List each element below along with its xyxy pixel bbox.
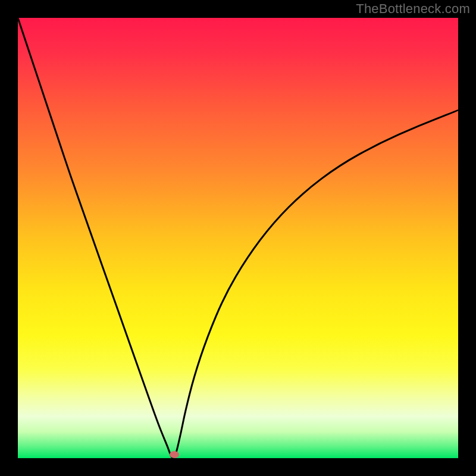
- curve-layer: [18, 18, 458, 458]
- bottleneck-curve: [18, 18, 458, 458]
- chart-frame: TheBottleneck.com: [0, 0, 476, 476]
- watermark-text: TheBottleneck.com: [356, 1, 470, 17]
- optimum-marker: [170, 451, 179, 458]
- plot-area: [18, 18, 458, 458]
